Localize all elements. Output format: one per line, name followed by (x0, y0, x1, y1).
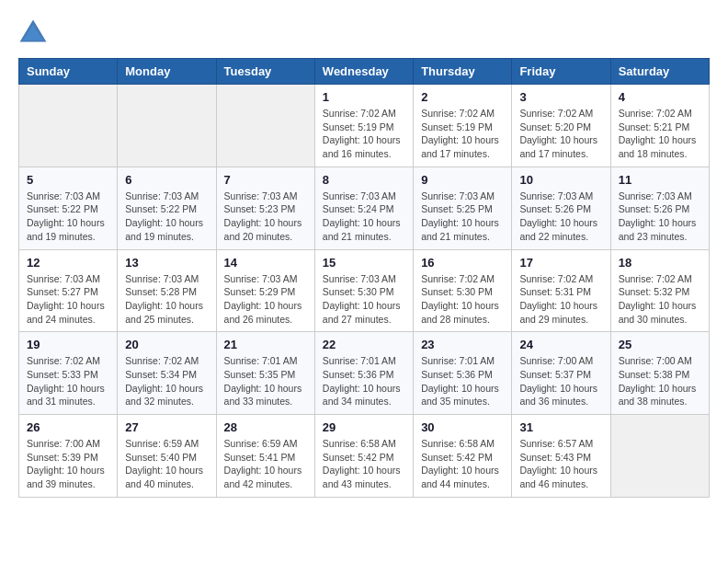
day-info: Sunrise: 7:03 AM Sunset: 5:26 PM Dayligh… (619, 190, 701, 244)
day-number: 26 (27, 420, 109, 434)
calendar-cell: 23Sunrise: 7:01 AM Sunset: 5:36 PM Dayli… (414, 332, 512, 415)
day-info: Sunrise: 7:01 AM Sunset: 5:36 PM Dayligh… (421, 354, 504, 408)
weekday-header-friday: Friday (512, 59, 610, 85)
calendar-cell: 10Sunrise: 7:03 AM Sunset: 5:26 PM Dayli… (512, 167, 610, 249)
day-info: Sunrise: 7:03 AM Sunset: 5:29 PM Dayligh… (224, 272, 307, 327)
calendar-week-2: 5Sunrise: 7:03 AM Sunset: 5:22 PM Daylig… (19, 167, 710, 249)
calendar-cell (216, 85, 314, 167)
calendar-cell: 18Sunrise: 7:02 AM Sunset: 5:32 PM Dayli… (610, 249, 709, 332)
day-info: Sunrise: 7:02 AM Sunset: 5:33 PM Dayligh… (27, 354, 109, 408)
calendar-cell: 1Sunrise: 7:02 AM Sunset: 5:19 PM Daylig… (314, 85, 413, 167)
day-info: Sunrise: 6:59 AM Sunset: 5:40 PM Dayligh… (125, 437, 208, 491)
calendar-cell: 22Sunrise: 7:01 AM Sunset: 5:36 PM Dayli… (314, 332, 413, 415)
day-info: Sunrise: 7:02 AM Sunset: 5:20 PM Dayligh… (519, 107, 602, 161)
calendar-cell: 12Sunrise: 7:03 AM Sunset: 5:27 PM Dayli… (19, 249, 118, 332)
calendar-cell: 21Sunrise: 7:01 AM Sunset: 5:35 PM Dayli… (216, 332, 314, 415)
logo (18, 18, 52, 44)
page-header (18, 18, 710, 44)
day-info: Sunrise: 7:02 AM Sunset: 5:30 PM Dayligh… (421, 272, 504, 327)
day-info: Sunrise: 7:03 AM Sunset: 5:25 PM Dayligh… (421, 190, 504, 244)
day-number: 12 (27, 256, 109, 270)
weekday-header-sunday: Sunday (19, 59, 118, 85)
day-info: Sunrise: 7:03 AM Sunset: 5:22 PM Dayligh… (125, 190, 208, 244)
day-info: Sunrise: 6:59 AM Sunset: 5:41 PM Dayligh… (224, 437, 307, 491)
logo-icon (18, 18, 48, 44)
calendar-cell: 20Sunrise: 7:02 AM Sunset: 5:34 PM Dayli… (118, 332, 216, 415)
calendar-week-4: 19Sunrise: 7:02 AM Sunset: 5:33 PM Dayli… (19, 332, 710, 415)
day-info: Sunrise: 7:03 AM Sunset: 5:30 PM Dayligh… (323, 272, 405, 327)
calendar-cell: 14Sunrise: 7:03 AM Sunset: 5:29 PM Dayli… (216, 249, 314, 332)
day-number: 9 (421, 173, 504, 187)
day-number: 2 (421, 90, 504, 104)
day-number: 11 (619, 173, 701, 187)
calendar-cell (610, 415, 709, 498)
calendar-cell: 5Sunrise: 7:03 AM Sunset: 5:22 PM Daylig… (19, 167, 118, 249)
day-info: Sunrise: 7:03 AM Sunset: 5:22 PM Dayligh… (27, 190, 109, 244)
day-info: Sunrise: 7:02 AM Sunset: 5:21 PM Dayligh… (619, 107, 701, 161)
day-number: 19 (27, 338, 109, 351)
weekday-header-row: SundayMondayTuesdayWednesdayThursdayFrid… (19, 59, 710, 85)
day-number: 20 (125, 338, 208, 351)
day-number: 18 (619, 256, 701, 270)
day-info: Sunrise: 7:03 AM Sunset: 5:26 PM Dayligh… (519, 190, 602, 244)
day-info: Sunrise: 7:01 AM Sunset: 5:36 PM Dayligh… (323, 354, 405, 408)
day-number: 22 (323, 338, 405, 351)
day-number: 15 (323, 256, 405, 270)
calendar-cell: 29Sunrise: 6:58 AM Sunset: 5:42 PM Dayli… (314, 415, 413, 498)
day-number: 10 (519, 173, 602, 187)
day-number: 5 (27, 173, 109, 187)
day-number: 27 (125, 420, 208, 434)
day-info: Sunrise: 6:57 AM Sunset: 5:43 PM Dayligh… (519, 437, 602, 491)
calendar-cell: 24Sunrise: 7:00 AM Sunset: 5:37 PM Dayli… (512, 332, 610, 415)
calendar-cell: 3Sunrise: 7:02 AM Sunset: 5:20 PM Daylig… (512, 85, 610, 167)
calendar-cell: 6Sunrise: 7:03 AM Sunset: 5:22 PM Daylig… (118, 167, 216, 249)
day-info: Sunrise: 6:58 AM Sunset: 5:42 PM Dayligh… (323, 437, 405, 491)
day-number: 14 (224, 256, 307, 270)
day-info: Sunrise: 7:03 AM Sunset: 5:24 PM Dayligh… (323, 190, 405, 244)
calendar-cell (19, 85, 118, 167)
calendar-cell (118, 85, 216, 167)
calendar-cell: 27Sunrise: 6:59 AM Sunset: 5:40 PM Dayli… (118, 415, 216, 498)
calendar-cell: 9Sunrise: 7:03 AM Sunset: 5:25 PM Daylig… (414, 167, 512, 249)
day-number: 29 (323, 420, 405, 434)
calendar-week-3: 12Sunrise: 7:03 AM Sunset: 5:27 PM Dayli… (19, 249, 710, 332)
day-info: Sunrise: 7:02 AM Sunset: 5:19 PM Dayligh… (323, 107, 405, 161)
day-number: 3 (519, 90, 602, 104)
calendar-week-5: 26Sunrise: 7:00 AM Sunset: 5:39 PM Dayli… (19, 415, 710, 498)
calendar-cell: 25Sunrise: 7:00 AM Sunset: 5:38 PM Dayli… (610, 332, 709, 415)
calendar-body: 1Sunrise: 7:02 AM Sunset: 5:19 PM Daylig… (19, 85, 710, 498)
weekday-header-monday: Monday (118, 59, 216, 85)
day-info: Sunrise: 7:03 AM Sunset: 5:27 PM Dayligh… (27, 272, 109, 327)
day-number: 24 (519, 338, 602, 351)
day-number: 16 (421, 256, 504, 270)
calendar-cell: 30Sunrise: 6:58 AM Sunset: 5:42 PM Dayli… (414, 415, 512, 498)
day-number: 7 (224, 173, 307, 187)
weekday-header-saturday: Saturday (610, 59, 709, 85)
calendar-cell: 11Sunrise: 7:03 AM Sunset: 5:26 PM Dayli… (610, 167, 709, 249)
weekday-header-thursday: Thursday (414, 59, 512, 85)
day-info: Sunrise: 7:03 AM Sunset: 5:28 PM Dayligh… (125, 272, 208, 327)
calendar-cell: 4Sunrise: 7:02 AM Sunset: 5:21 PM Daylig… (610, 85, 709, 167)
day-info: Sunrise: 6:58 AM Sunset: 5:42 PM Dayligh… (421, 437, 504, 491)
day-info: Sunrise: 7:02 AM Sunset: 5:19 PM Dayligh… (421, 107, 504, 161)
weekday-header-tuesday: Tuesday (216, 59, 314, 85)
day-number: 8 (323, 173, 405, 187)
day-number: 31 (519, 420, 602, 434)
day-number: 6 (125, 173, 208, 187)
day-number: 13 (125, 256, 208, 270)
calendar-cell: 13Sunrise: 7:03 AM Sunset: 5:28 PM Dayli… (118, 249, 216, 332)
day-info: Sunrise: 7:02 AM Sunset: 5:32 PM Dayligh… (619, 272, 701, 327)
day-info: Sunrise: 7:01 AM Sunset: 5:35 PM Dayligh… (224, 354, 307, 408)
calendar-cell: 2Sunrise: 7:02 AM Sunset: 5:19 PM Daylig… (414, 85, 512, 167)
calendar-week-1: 1Sunrise: 7:02 AM Sunset: 5:19 PM Daylig… (19, 85, 710, 167)
day-info: Sunrise: 7:00 AM Sunset: 5:38 PM Dayligh… (619, 354, 701, 408)
weekday-header-wednesday: Wednesday (314, 59, 413, 85)
day-number: 17 (519, 256, 602, 270)
calendar-cell: 17Sunrise: 7:02 AM Sunset: 5:31 PM Dayli… (512, 249, 610, 332)
calendar-cell: 28Sunrise: 6:59 AM Sunset: 5:41 PM Dayli… (216, 415, 314, 498)
day-info: Sunrise: 7:03 AM Sunset: 5:23 PM Dayligh… (224, 190, 307, 244)
day-number: 25 (619, 338, 701, 351)
day-number: 21 (224, 338, 307, 351)
calendar-cell: 15Sunrise: 7:03 AM Sunset: 5:30 PM Dayli… (314, 249, 413, 332)
calendar-table: SundayMondayTuesdayWednesdayThursdayFrid… (18, 58, 710, 498)
